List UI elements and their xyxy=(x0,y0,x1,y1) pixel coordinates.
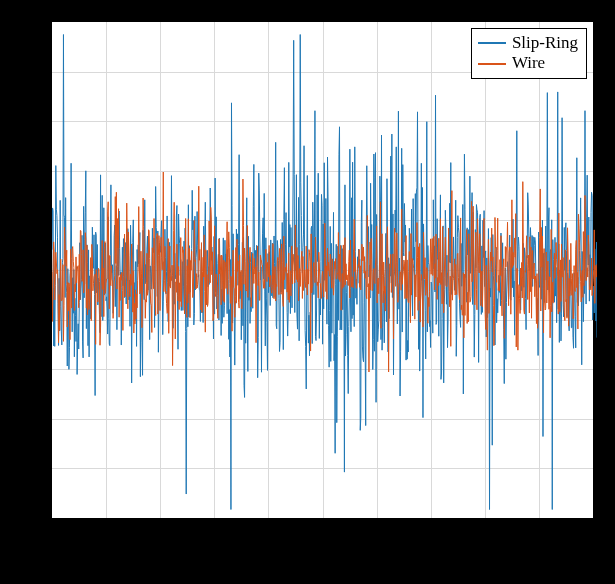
legend-row-wire: Wire xyxy=(478,53,578,73)
legend-swatch-wire xyxy=(478,63,506,65)
legend-row-slip-ring: Slip-Ring xyxy=(478,33,578,53)
legend: Slip-Ring Wire xyxy=(471,28,587,79)
legend-label-slip-ring: Slip-Ring xyxy=(512,33,578,53)
chart-canvas xyxy=(52,22,597,522)
legend-label-wire: Wire xyxy=(512,53,545,73)
plot-area: Slip-Ring Wire xyxy=(50,20,595,520)
legend-swatch-slip-ring xyxy=(478,42,506,44)
